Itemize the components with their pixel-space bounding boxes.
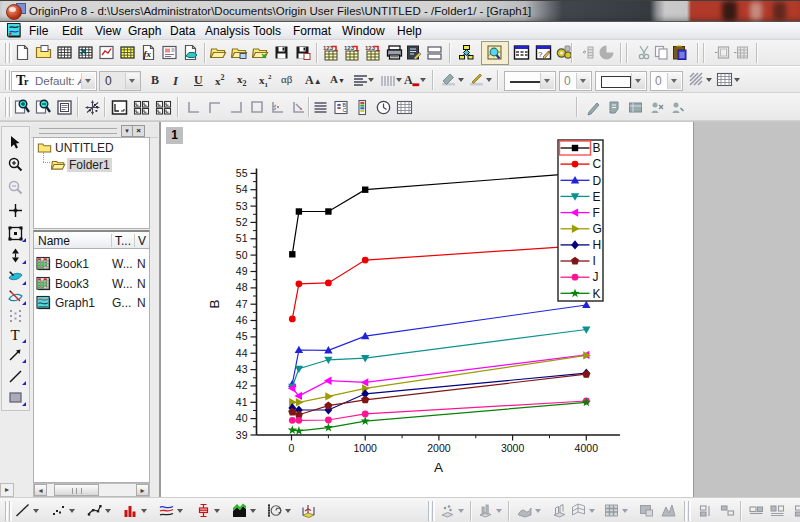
svg-text:1000: 1000 — [354, 442, 378, 454]
svg-text:E: E — [593, 190, 601, 204]
svg-text:55: 55 — [236, 167, 248, 179]
svg-text:46: 46 — [236, 314, 248, 326]
svg-text:51: 51 — [236, 232, 248, 244]
svg-text:G: G — [593, 222, 602, 236]
svg-text:C: C — [343, 107, 347, 113]
svg-text:43: 43 — [236, 363, 248, 375]
svg-text:F: F — [593, 206, 600, 220]
svg-text:fx: fx — [144, 49, 152, 59]
svg-text:4000: 4000 — [575, 442, 599, 454]
svg-text:B: B — [593, 141, 601, 155]
svg-text:49: 49 — [236, 265, 248, 277]
svg-text:47: 47 — [236, 298, 248, 310]
svg-text:48: 48 — [236, 281, 248, 293]
svg-text:J: J — [593, 270, 599, 284]
svg-text:50: 50 — [236, 249, 248, 261]
svg-text:2000: 2000 — [427, 442, 451, 454]
svg-text:3000: 3000 — [501, 442, 525, 454]
svg-text:B: B — [207, 299, 222, 308]
svg-text:52: 52 — [236, 216, 248, 228]
svg-text:54: 54 — [236, 183, 248, 195]
svg-text:I: I — [593, 254, 596, 268]
svg-text:42: 42 — [236, 379, 248, 391]
svg-text:53: 53 — [236, 200, 248, 212]
svg-text:41: 41 — [236, 396, 248, 408]
svg-text:?: ? — [538, 50, 543, 59]
svg-text:0: 0 — [289, 442, 295, 454]
svg-text:44: 44 — [236, 347, 248, 359]
svg-text:C: C — [593, 157, 602, 171]
svg-text:D: D — [593, 174, 602, 188]
svg-text:T: T — [11, 327, 20, 343]
svg-text:H: H — [593, 238, 602, 252]
svg-text:45: 45 — [236, 330, 248, 342]
svg-text:39: 39 — [236, 429, 248, 441]
svg-text:40: 40 — [236, 412, 248, 424]
svg-text:K: K — [593, 287, 601, 301]
svg-text:A: A — [434, 460, 443, 475]
